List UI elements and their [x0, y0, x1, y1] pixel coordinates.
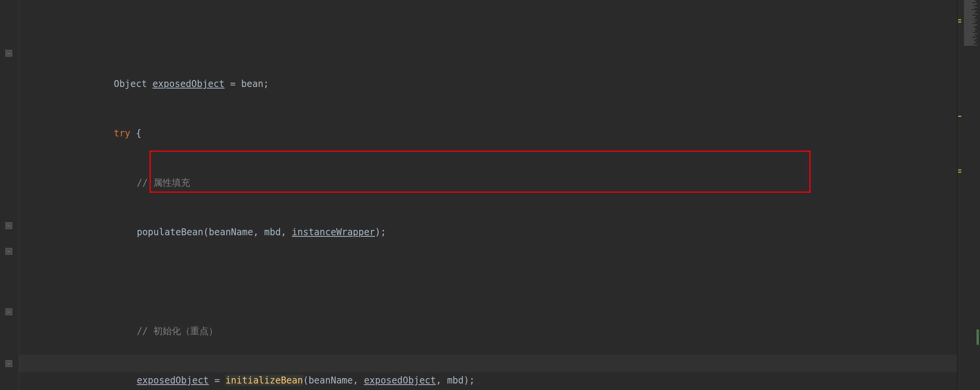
- comment-token: // 属性填充: [137, 177, 190, 188]
- code-line[interactable]: // 初始化（重点）: [19, 305, 957, 323]
- punctuation-token: ,: [253, 227, 264, 238]
- fold-marker-icon[interactable]: [5, 248, 12, 255]
- operator-token: =: [209, 375, 225, 386]
- punctuation-token: ,: [353, 375, 364, 386]
- fold-marker-icon[interactable]: [5, 222, 12, 229]
- code-line-empty[interactable]: [19, 256, 957, 273]
- code-editor[interactable]: Object exposedObject = bean; try { // 属性…: [0, 0, 980, 390]
- variable-token: bean: [241, 79, 263, 89]
- minimap-code-preview: [964, 0, 979, 46]
- argument-token: instanceWrapper: [292, 227, 375, 238]
- variable-token: exposedObject: [153, 79, 225, 89]
- argument-token: beanName: [309, 375, 353, 386]
- argument-token: beanName: [209, 227, 253, 238]
- minimap-marker-icon: [958, 19, 961, 20]
- code-line[interactable]: // 属性填充: [19, 157, 957, 174]
- variable-token: exposedObject: [137, 375, 209, 386]
- argument-token: exposedObject: [364, 375, 436, 386]
- fold-marker-icon[interactable]: [5, 308, 12, 315]
- minimap-marker-icon: [977, 329, 979, 345]
- minimap-marker-icon: [958, 116, 961, 117]
- argument-token: mbd: [264, 227, 281, 238]
- keyword-token: try: [114, 128, 130, 139]
- code-line[interactable]: try {: [19, 108, 957, 125]
- fold-marker-icon[interactable]: [5, 50, 12, 57]
- punctuation-token: ): [375, 227, 380, 238]
- code-line[interactable]: Object exposedObject = bean;: [19, 58, 957, 75]
- punctuation-token: ,: [281, 227, 292, 238]
- minimap-marker-icon: [958, 169, 961, 170]
- punctuation-token: ;: [469, 375, 475, 386]
- argument-token: mbd: [447, 375, 464, 386]
- punctuation-token: {: [130, 128, 141, 139]
- punctuation-token: ;: [263, 79, 269, 89]
- editor-minimap[interactable]: [957, 0, 980, 390]
- punctuation-token: (: [203, 227, 209, 238]
- punctuation-token: ): [464, 375, 469, 386]
- code-line[interactable]: populateBean(beanName, mbd, instanceWrap…: [19, 206, 957, 224]
- code-content-area[interactable]: Object exposedObject = bean; try { // 属性…: [19, 0, 957, 390]
- minimap-marker-icon: [958, 172, 961, 173]
- comment-token: // 初始化（重点）: [137, 326, 218, 336]
- type-token: Object: [114, 79, 147, 89]
- punctuation-token: (: [303, 375, 308, 386]
- fold-marker-icon[interactable]: [5, 360, 12, 367]
- code-line-current[interactable]: exposedObject = initializeBean(beanName,…: [19, 355, 957, 372]
- method-token: populateBean: [137, 227, 203, 238]
- minimap-marker-icon: [958, 21, 961, 23]
- punctuation-token: ;: [381, 227, 386, 238]
- punctuation-token: ,: [436, 375, 447, 386]
- editor-gutter: [0, 0, 19, 390]
- method-token: initializeBean: [225, 375, 303, 386]
- operator-token: =: [225, 79, 241, 89]
